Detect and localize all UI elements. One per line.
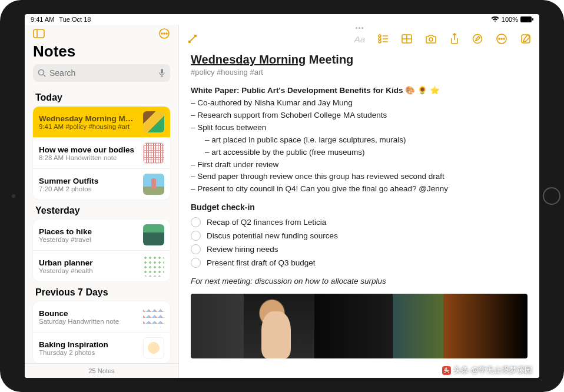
note-body[interactable]: Wednesday Morning Meeting #policy #housi…	[179, 47, 539, 378]
note-item[interactable]: Urban plannerYesterday #health	[33, 251, 170, 281]
note-item[interactable]: Places to hikeYesterday #travel	[33, 220, 170, 251]
note-thumbnail	[143, 337, 164, 358]
note-image[interactable]	[191, 294, 527, 358]
svg-point-11	[379, 35, 381, 37]
editor-pane: Aa Wednesday Morning Meeting #policy #ho…	[179, 25, 539, 378]
note-thumbnail	[143, 111, 164, 132]
note-item[interactable]: Baking InspirationThursday 2 photos	[33, 333, 170, 363]
note-item[interactable]: Wednesday Morning Meeting9:41 AM #policy…	[33, 107, 170, 138]
checkbox-icon[interactable]	[191, 258, 201, 268]
status-time: 9:41 AM	[31, 16, 54, 23]
checklist-label: Review hiring needs	[207, 245, 278, 254]
sidebar: Notes TodayWednesday Morning Meeting9:41…	[25, 25, 179, 378]
notes-list[interactable]: TodayWednesday Morning Meeting9:41 AM #p…	[25, 87, 178, 363]
svg-point-6	[164, 33, 165, 34]
note-thumbnail	[143, 255, 164, 277]
battery-percent: 100%	[502, 16, 518, 23]
mic-icon[interactable]	[158, 68, 165, 78]
svg-point-23	[499, 38, 500, 39]
svg-point-15	[379, 41, 381, 43]
body-line: – Research support from Schoberl College…	[191, 109, 527, 122]
note-item[interactable]: How we move our bodies8:28 AM Handwritte…	[33, 138, 170, 169]
checklist-item[interactable]: Present first draft of Q3 budget	[191, 256, 527, 270]
svg-rect-1	[532, 18, 533, 21]
budget-heading: Budget check-in	[191, 202, 527, 212]
checklist-item[interactable]: Review hiring needs	[191, 242, 527, 256]
body-line: – art accessible by the public (free mus…	[191, 147, 527, 159]
body-line: – art placed in public space (i.e. large…	[191, 134, 527, 147]
search-input[interactable]	[33, 64, 170, 82]
more-editor-icon[interactable]	[496, 33, 507, 45]
svg-line-9	[44, 75, 45, 77]
svg-point-13	[379, 38, 381, 40]
multitask-grabber[interactable]	[179, 25, 539, 31]
note-item-meta: Yesterday #health	[39, 267, 137, 274]
note-title: Wednesday Morning Meeting	[191, 53, 527, 67]
search-field[interactable]	[49, 68, 155, 78]
camera-icon[interactable]	[425, 34, 437, 44]
note-thumbnail	[143, 142, 164, 164]
note-item-meta: 8:28 AM Handwritten note	[39, 154, 137, 161]
checkbox-icon[interactable]	[191, 244, 201, 254]
svg-rect-10	[161, 69, 163, 74]
note-item-title: Bounce	[39, 309, 137, 318]
svg-point-7	[166, 33, 167, 34]
note-item[interactable]: BounceSaturday Handwritten note	[33, 301, 170, 333]
battery-icon	[520, 16, 533, 22]
note-thumbnail	[143, 224, 164, 245]
checklist-label: Present first draft of Q3 budget	[207, 258, 316, 267]
search-icon	[38, 69, 46, 77]
next-meeting-note: For next meeting: discussion on how to a…	[191, 277, 527, 285]
note-item-meta: Saturday Handwritten note	[39, 318, 137, 325]
note-item[interactable]: Summer Outfits7:20 AM 2 photos	[33, 169, 170, 200]
sidebar-footer: 25 Notes	[25, 363, 178, 378]
table-icon[interactable]	[402, 34, 412, 44]
watermark: 头 头条 @学无止境梦溪园	[442, 365, 532, 376]
svg-point-21	[473, 35, 482, 44]
checkbox-icon[interactable]	[191, 231, 201, 241]
note-thumbnail	[143, 306, 164, 327]
wifi-icon	[491, 16, 499, 22]
svg-point-5	[161, 33, 162, 34]
compose-icon[interactable]	[520, 34, 531, 44]
sidebar-toggle-icon[interactable]	[33, 29, 45, 38]
more-icon[interactable]	[158, 28, 170, 39]
status-bar: 9:41 AM Tue Oct 18 100%	[25, 14, 539, 25]
svg-point-24	[501, 38, 502, 39]
note-item-title: Urban planner	[39, 258, 137, 267]
svg-point-8	[39, 70, 44, 75]
share-icon[interactable]	[450, 33, 459, 45]
note-tags: #policy #housing #art	[191, 68, 527, 77]
checklist-label: Discus potential new funding sources	[207, 231, 338, 240]
sidebar-title: Notes	[25, 42, 178, 64]
note-item-meta: 9:41 AM #policy #housing #art	[39, 123, 137, 130]
body-line: – First draft under review	[191, 159, 527, 171]
white-paper-heading: White Paper: Public Art's Development Be…	[191, 85, 527, 97]
note-item-meta: 7:20 AM 2 photos	[39, 185, 137, 192]
format-icon[interactable]: Aa	[354, 34, 365, 44]
svg-rect-2	[34, 29, 44, 38]
section-header: Yesterday	[33, 200, 170, 220]
home-button[interactable]	[543, 187, 560, 205]
status-date: Tue Oct 18	[59, 16, 91, 23]
section-header: Previous 7 Days	[33, 281, 170, 301]
note-item-title: Places to hike	[39, 227, 137, 236]
checklist: Recap of Q2 finances from LeticiaDiscus …	[191, 215, 527, 270]
svg-point-25	[503, 38, 505, 39]
body-line: – Co-authored by Nisha Kumar and Jay Mun…	[191, 97, 527, 109]
note-thumbnail	[143, 174, 164, 195]
checklist-icon[interactable]	[378, 34, 389, 44]
checkbox-icon[interactable]	[191, 217, 201, 227]
note-item-title: Summer Outfits	[39, 177, 137, 185]
expand-icon[interactable]	[187, 34, 198, 44]
note-item-title: Baking Inspiration	[39, 340, 137, 349]
checklist-label: Recap of Q2 finances from Leticia	[207, 218, 326, 227]
body-line: – Send paper through review once this gr…	[191, 171, 527, 183]
checklist-item[interactable]: Discus potential new funding sources	[191, 229, 527, 242]
checklist-item[interactable]: Recap of Q2 finances from Leticia	[191, 215, 527, 229]
note-item-meta: Yesterday #travel	[39, 236, 137, 243]
section-header: Today	[33, 87, 170, 107]
markup-icon[interactable]	[472, 34, 483, 44]
note-item-title: How we move our bodies	[39, 145, 137, 154]
svg-point-20	[429, 38, 433, 41]
